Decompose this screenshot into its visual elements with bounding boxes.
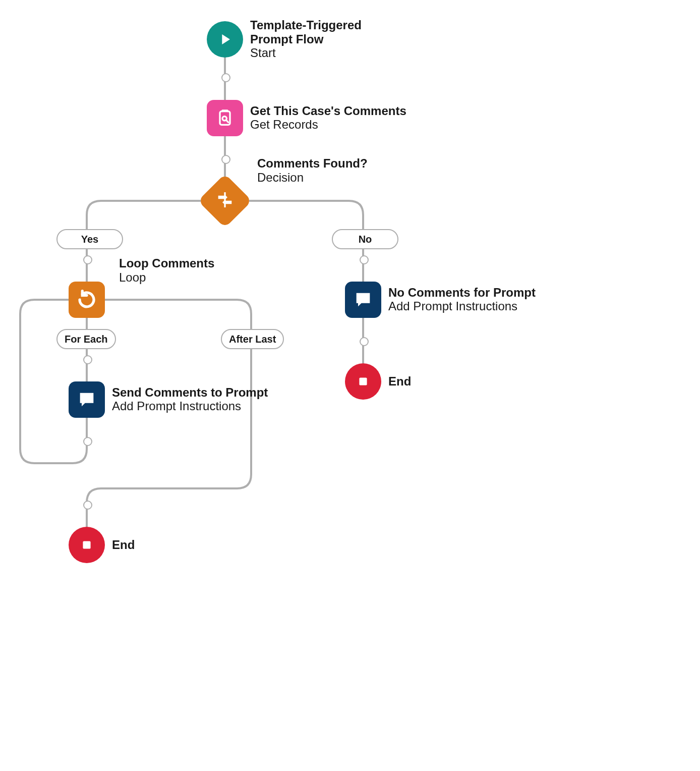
- chat-icon: [69, 381, 105, 418]
- loop-sub: Loop: [119, 270, 214, 285]
- node-send-comments[interactable]: Send Comments to Prompt Add Prompt Instr…: [69, 381, 268, 418]
- connector-point[interactable]: [83, 437, 92, 446]
- no-comments-sub: Add Prompt Instructions: [388, 299, 536, 314]
- node-end-left[interactable]: End: [69, 527, 135, 563]
- pill-no-text: No: [359, 234, 372, 245]
- get-records-title: Get This Case's Comments: [250, 104, 406, 118]
- branch-label-for-each[interactable]: For Each: [56, 329, 116, 349]
- get-records-sub: Get Records: [250, 118, 406, 132]
- decision-sub: Decision: [257, 171, 368, 185]
- svg-rect-2: [83, 541, 90, 548]
- node-start[interactable]: Template-Triggered Prompt Flow Start: [207, 18, 401, 61]
- start-sub: Start: [250, 46, 401, 61]
- start-title: Template-Triggered Prompt Flow: [250, 18, 401, 46]
- connector-point[interactable]: [83, 355, 92, 364]
- node-decision[interactable]: [206, 182, 244, 220]
- node-loop[interactable]: [69, 282, 105, 318]
- connector-point[interactable]: [83, 255, 92, 264]
- pill-yes-text: Yes: [81, 234, 98, 245]
- connector-point[interactable]: [360, 255, 369, 264]
- pill-afterlast-text: After Last: [229, 334, 276, 345]
- chat-icon: [345, 282, 381, 318]
- branch-label-yes[interactable]: Yes: [56, 229, 123, 249]
- connector-point[interactable]: [221, 73, 230, 82]
- connector-point[interactable]: [83, 501, 92, 510]
- end-right-title: End: [388, 374, 411, 389]
- pill-foreach-text: For Each: [65, 334, 108, 345]
- node-no-comments[interactable]: No Comments for Prompt Add Prompt Instru…: [345, 282, 536, 318]
- branch-label-no[interactable]: No: [332, 229, 398, 249]
- branch-label-after-last[interactable]: After Last: [221, 329, 284, 349]
- connector-point[interactable]: [221, 155, 230, 164]
- stop-icon: [345, 363, 381, 400]
- decision-title: Comments Found?: [257, 156, 368, 171]
- flow-canvas: Template-Triggered Prompt Flow Start Get…: [0, 0, 700, 771]
- loop-title: Loop Comments: [119, 256, 214, 270]
- no-comments-title: No Comments for Prompt: [388, 286, 536, 300]
- svg-rect-3: [359, 377, 367, 385]
- clipboard-search-icon: [207, 100, 243, 136]
- signpost-icon: [198, 174, 252, 228]
- connector-point[interactable]: [360, 337, 369, 346]
- loop-icon: [69, 282, 105, 318]
- node-get-records[interactable]: Get This Case's Comments Get Records: [207, 100, 406, 136]
- end-left-title: End: [112, 538, 135, 552]
- stop-icon: [69, 527, 105, 563]
- node-end-right[interactable]: End: [345, 363, 411, 400]
- play-icon: [207, 21, 243, 58]
- send-comments-sub: Add Prompt Instructions: [112, 399, 268, 414]
- send-comments-title: Send Comments to Prompt: [112, 386, 268, 400]
